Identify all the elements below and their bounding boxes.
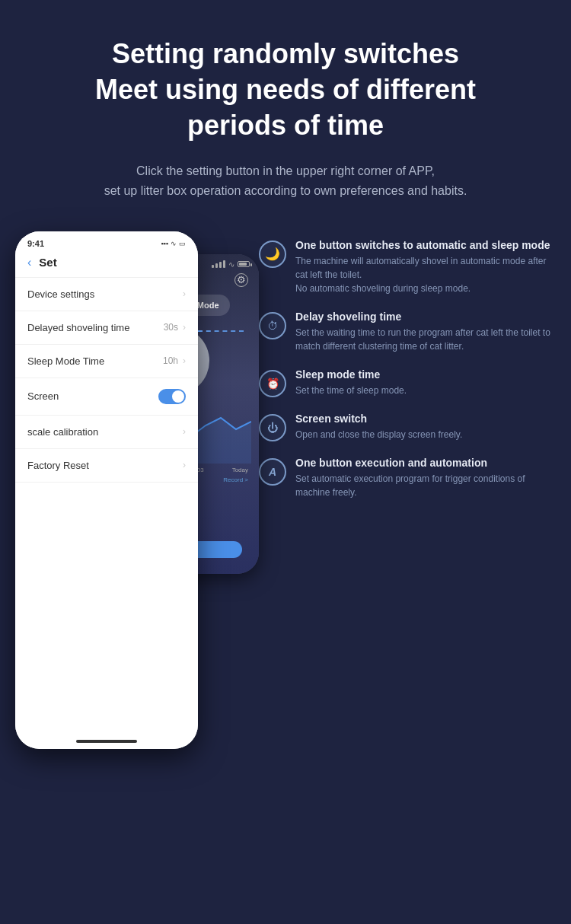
- chevron-right-icon: ›: [183, 322, 186, 333]
- feature-icon-wrap-2: ⏱: [259, 312, 286, 339]
- settings-item-device[interactable]: Device settings ›: [15, 278, 198, 311]
- settings-right-screen[interactable]: [158, 389, 186, 404]
- settings-right-delay: 30s ›: [164, 322, 186, 333]
- settings-item-factory-reset[interactable]: Factory Reset ›: [15, 449, 198, 483]
- feature-text-3: Sleep mode time Set the time of sleep mo…: [295, 368, 556, 397]
- front-statusbar: 9:41 ▪▪▪ ∿ ▭: [15, 231, 198, 251]
- front-nav-title: Set: [39, 256, 56, 269]
- feature-item-4: ⏻ Screen switch Open and close the displ…: [259, 413, 556, 441]
- chevron-right-icon: ›: [183, 355, 186, 366]
- settings-right-scale: ›: [183, 426, 186, 437]
- settings-label-screen: Screen: [27, 390, 59, 402]
- feature-text-4: Screen switch Open and close the display…: [295, 413, 556, 441]
- power-feature-icon: ⏻: [267, 422, 278, 434]
- settings-label-factory-reset: Factory Reset: [27, 460, 89, 471]
- settings-list: Device settings › Delayed shoveling time…: [15, 278, 198, 506]
- front-time: 9:41: [27, 239, 44, 248]
- features-list: 🌙 One button switches to automatic and s…: [259, 231, 563, 499]
- phone-front: 9:41 ▪▪▪ ∿ ▭ ‹ Set Device settings: [15, 231, 198, 749]
- settings-right-sleep: 10h ›: [163, 355, 186, 366]
- settings-item-sleep[interactable]: Sleep Mode Time 10h ›: [15, 345, 198, 378]
- feature-title-5: One button execution and automation: [295, 457, 556, 469]
- feature-text-5: One button execution and automation Set …: [295, 457, 556, 499]
- feature-text-1: One button switches to automatic and sle…: [295, 239, 556, 295]
- settings-label-device: Device settings: [27, 288, 94, 300]
- settings-label-scale: scale calibration: [27, 426, 98, 438]
- feature-title-3: Sleep mode time: [295, 368, 556, 381]
- battery-icon: [238, 261, 250, 267]
- delay-value: 30s: [164, 322, 178, 333]
- feature-item-2: ⏱ Delay shoveling time Set the waiting t…: [259, 311, 556, 353]
- automation-feature-icon: A: [269, 466, 276, 478]
- front-home-indicator: [76, 740, 137, 743]
- settings-item-scale[interactable]: scale calibration ›: [15, 416, 198, 449]
- clock-feature-icon: ⏰: [266, 378, 279, 390]
- phones-container: ∿ ‹ Petree ⚙ 🌙 Sleep Mode: [15, 231, 259, 764]
- moon-feature-icon: 🌙: [265, 247, 280, 261]
- screen-toggle[interactable]: [158, 389, 186, 404]
- feature-icon-wrap-4: ⏻: [259, 414, 286, 441]
- gear-icon: ⚙: [234, 273, 248, 287]
- hero-subtitle: Click the setting button in the upper ri…: [30, 161, 541, 200]
- front-status-icons: ▪▪▪ ∿ ▭: [161, 240, 186, 247]
- battery-icon: ▭: [179, 240, 186, 247]
- front-nav: ‹ Set: [15, 251, 198, 278]
- hero-title: Setting randomly switchesMeet using need…: [30, 37, 541, 143]
- feature-item-3: ⏰ Sleep mode time Set the time of sleep …: [259, 368, 556, 397]
- feature-icon-wrap-1: 🌙: [259, 241, 286, 268]
- timer-feature-icon: ⏱: [267, 320, 278, 332]
- chevron-right-icon: ›: [183, 426, 186, 437]
- settings-right-factory: ›: [183, 460, 186, 470]
- feature-title-1: One button switches to automatic and sle…: [295, 239, 556, 251]
- signal-bars: [212, 260, 225, 268]
- chevron-right-icon: ›: [183, 288, 186, 299]
- settings-item-delay[interactable]: Delayed shoveling time 30s ›: [15, 311, 198, 345]
- phone-front-screen: 9:41 ▪▪▪ ∿ ▭ ‹ Set Device settings: [15, 231, 198, 749]
- settings-right-device: ›: [183, 288, 186, 299]
- back-button[interactable]: ‹: [27, 256, 31, 269]
- feature-icon-wrap-5: A: [259, 458, 286, 486]
- feature-title-2: Delay shoveling time: [295, 311, 556, 323]
- feature-item-1: 🌙 One button switches to automatic and s…: [259, 239, 556, 295]
- connector-line: [198, 330, 244, 332]
- feature-item-5: A One button execution and automation Se…: [259, 457, 556, 499]
- feature-title-4: Screen switch: [295, 413, 556, 425]
- feature-desc-4: Open and close the display screen freely…: [295, 428, 556, 441]
- settings-item-screen[interactable]: Screen: [15, 378, 198, 416]
- feature-desc-2: Set the waiting time to run the program …: [295, 326, 556, 353]
- feature-desc-5: Set automatic execution program for trig…: [295, 472, 556, 499]
- settings-label-delay: Delayed shoveling time: [27, 322, 129, 333]
- feature-desc-1: The machine will automatically shovel in…: [295, 254, 556, 295]
- chevron-right-icon: ›: [183, 460, 186, 470]
- signal-icon: ▪▪▪: [161, 240, 168, 247]
- feature-icon-wrap-3: ⏰: [259, 370, 286, 397]
- main-content: ∿ ‹ Petree ⚙ 🌙 Sleep Mode: [0, 216, 571, 795]
- settings-label-sleep: Sleep Mode Time: [27, 355, 104, 367]
- wifi-icon: ∿: [171, 240, 177, 247]
- hero-section: Setting randomly switchesMeet using need…: [0, 0, 571, 216]
- sleep-value: 10h: [163, 355, 178, 366]
- feature-desc-3: Set the time of sleep mode.: [295, 384, 556, 397]
- wifi-icon: ∿: [228, 260, 234, 269]
- feature-text-2: Delay shoveling time Set the waiting tim…: [295, 311, 556, 353]
